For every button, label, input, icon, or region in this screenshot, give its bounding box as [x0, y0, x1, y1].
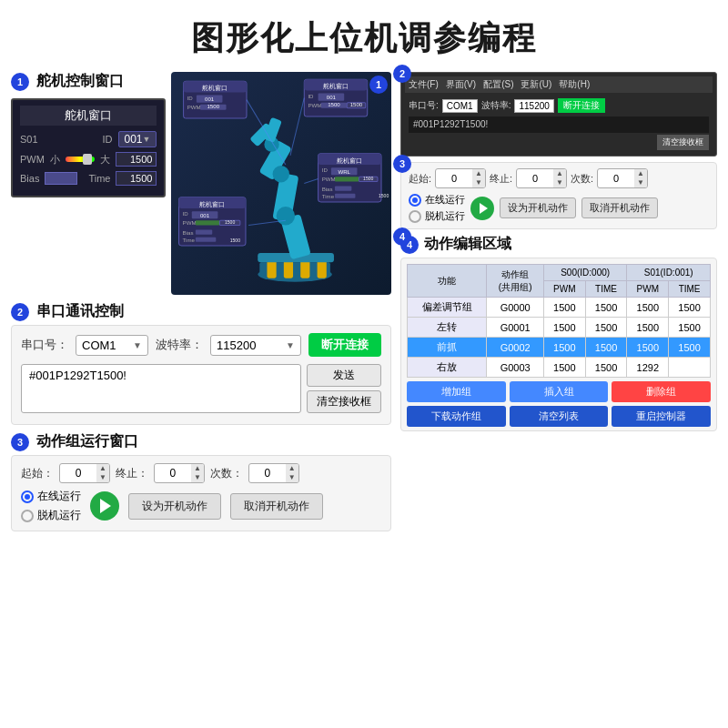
- serial-input-field[interactable]: #001P1292T1500!: [21, 364, 301, 413]
- pwm0-cell: 1500: [543, 358, 585, 378]
- online-radio[interactable]: 在线运行: [21, 489, 81, 504]
- table-row-selected[interactable]: 前抓 G0002 1500 1500 1500 1500: [408, 338, 711, 358]
- th-s00: S00(ID:000): [543, 265, 627, 281]
- play-button[interactable]: [90, 491, 119, 521]
- r-set-startup[interactable]: 设为开机动作: [500, 197, 576, 218]
- end-down[interactable]: ▼: [191, 473, 204, 482]
- times-spinners: ▲ ▼: [286, 464, 298, 482]
- svg-text:001: 001: [327, 94, 337, 100]
- svg-line-68: [305, 178, 318, 183]
- app-baud-select[interactable]: 115200: [514, 99, 553, 113]
- offline-radio[interactable]: 脱机运行: [21, 508, 81, 523]
- id-label: ID: [103, 134, 113, 145]
- servo-id-row: S01 ID 001 ▼: [20, 131, 157, 147]
- r-cancel-startup[interactable]: 取消开机动作: [581, 197, 658, 218]
- add-group-button[interactable]: 增加组: [407, 381, 506, 402]
- large-label: 大: [100, 153, 110, 167]
- clear-list-button[interactable]: 清空列表: [510, 406, 609, 427]
- badge-1: 1: [11, 73, 29, 91]
- times-up[interactable]: ▲: [286, 464, 298, 473]
- set-startup-button[interactable]: 设为开机动作: [128, 493, 221, 520]
- svg-text:Bias: Bias: [183, 229, 194, 236]
- svg-rect-48: [196, 238, 216, 242]
- svg-rect-27: [335, 177, 359, 181]
- badge-2-right: 2: [393, 65, 411, 83]
- servo-id-value[interactable]: 001 ▼: [118, 131, 157, 147]
- section3-block: 3 动作组运行窗口 起始： 0 ▲ ▼ 终止：: [11, 432, 391, 531]
- svg-text:舵机窗口: 舵机窗口: [323, 83, 349, 90]
- servo-s01-label: S01: [20, 134, 38, 145]
- start-down[interactable]: ▼: [96, 473, 109, 482]
- th-s01: S01(ID:001): [627, 265, 711, 281]
- table-row[interactable]: 左转 G0001 1500 1500 1500 1500: [408, 318, 711, 338]
- time1-cell: 1500: [669, 298, 711, 318]
- right-column: 2 文件(F) 界面(V) 配置(S) 更新(U) 帮助(H) 串口号: COM…: [391, 72, 717, 728]
- delete-group-button[interactable]: 删除组: [612, 381, 711, 402]
- servo-bias-row: Bias Time 1500: [20, 171, 157, 186]
- badge-3-left: 3: [11, 433, 29, 451]
- section3-title: 动作组运行窗口: [36, 432, 138, 451]
- times-down[interactable]: ▼: [286, 473, 298, 482]
- svg-text:ID: ID: [187, 95, 194, 101]
- reset-controller-button[interactable]: 重启控制器: [612, 406, 711, 427]
- port-select[interactable]: COM1 ▼: [76, 335, 148, 356]
- time0-cell: 1500: [585, 298, 627, 318]
- clear-button[interactable]: 清空接收框: [307, 390, 381, 413]
- robot-arm-svg: 舵机窗口 ID 001 PWM 1500 1500 舵机窗口 ID: [171, 72, 391, 295]
- bias-slider[interactable]: [45, 172, 77, 185]
- online-dot: [21, 490, 34, 503]
- group-cell: G0003: [487, 358, 543, 378]
- r-play-icon: [480, 203, 488, 214]
- section4-title: 动作编辑区域: [424, 235, 511, 254]
- send-button[interactable]: 发送: [307, 364, 381, 387]
- svg-text:PWM: PWM: [308, 102, 322, 108]
- app-clear-row: 清空接收框: [409, 135, 709, 150]
- svg-line-66: [290, 98, 304, 156]
- section2-header: 2 串口通讯控制: [11, 302, 391, 321]
- r-online-radio[interactable]: 在线运行: [409, 193, 465, 207]
- svg-rect-33: [335, 194, 355, 198]
- time1-cell: 1500: [669, 318, 711, 338]
- baud-select[interactable]: 115200 ▼: [210, 335, 301, 356]
- play-icon: [100, 499, 111, 513]
- times-input-wrap[interactable]: 0 ▲ ▼: [248, 463, 299, 483]
- port-select-arrow: ▼: [133, 340, 142, 350]
- table-btn-row1: 增加组 插入组 删除组: [407, 381, 711, 402]
- badge-2-left: 2: [11, 303, 29, 321]
- connect-button[interactable]: 断开连接: [308, 333, 381, 357]
- end-input-wrap[interactable]: 0 ▲ ▼: [154, 463, 205, 483]
- pwm-large-value[interactable]: 1500: [116, 152, 157, 167]
- r-times-wrap[interactable]: 0 ▲ ▼: [597, 168, 648, 188]
- app-clear-button[interactable]: 清空接收框: [657, 135, 709, 150]
- th-pwm1: PWM: [627, 281, 669, 298]
- section2-block: 2 串口通讯控制 串口号： COM1 ▼ 波特率： 115200 ▼: [11, 302, 391, 425]
- end-up[interactable]: ▲: [191, 464, 204, 473]
- cancel-startup-button[interactable]: 取消开机动作: [230, 493, 323, 520]
- baud-label: 波特率：: [156, 337, 203, 353]
- r-play-button[interactable]: [470, 197, 494, 220]
- func-cell: 偏差调节组: [408, 298, 487, 318]
- r-end-wrap[interactable]: 0 ▲ ▼: [516, 168, 567, 188]
- table-row[interactable]: 偏差调节组 G0000 1500 1500 1500 1500: [408, 298, 711, 318]
- start-input-wrap[interactable]: 0 ▲ ▼: [59, 463, 110, 483]
- start-up[interactable]: ▲: [96, 464, 109, 473]
- times-label: 次数：: [210, 466, 243, 481]
- app-open-button[interactable]: 断开连接: [558, 98, 605, 113]
- time-value[interactable]: 1500: [116, 171, 157, 186]
- func-cell-selected: 前抓: [408, 338, 487, 358]
- svg-text:舵机窗口: 舵机窗口: [200, 201, 226, 208]
- r-offline-radio[interactable]: 脱机运行: [409, 209, 465, 223]
- svg-text:PWM: PWM: [187, 104, 201, 110]
- section3-header: 3 动作组运行窗口: [11, 432, 391, 451]
- svg-line-65: [247, 100, 286, 165]
- insert-group-button[interactable]: 插入组: [510, 381, 609, 402]
- time1-cell-selected: 1500: [669, 338, 711, 358]
- download-group-button[interactable]: 下载动作组: [407, 406, 506, 427]
- time-label: Time: [88, 173, 110, 184]
- table-row[interactable]: 右放 G0003 1500 1500 1292: [408, 358, 711, 378]
- pwm-slider[interactable]: [66, 157, 96, 162]
- th-time0: TIME: [585, 281, 627, 298]
- time1-cell: [669, 358, 711, 378]
- r-start-wrap[interactable]: 0 ▲ ▼: [435, 168, 486, 188]
- app-port-select[interactable]: COM1: [442, 99, 478, 113]
